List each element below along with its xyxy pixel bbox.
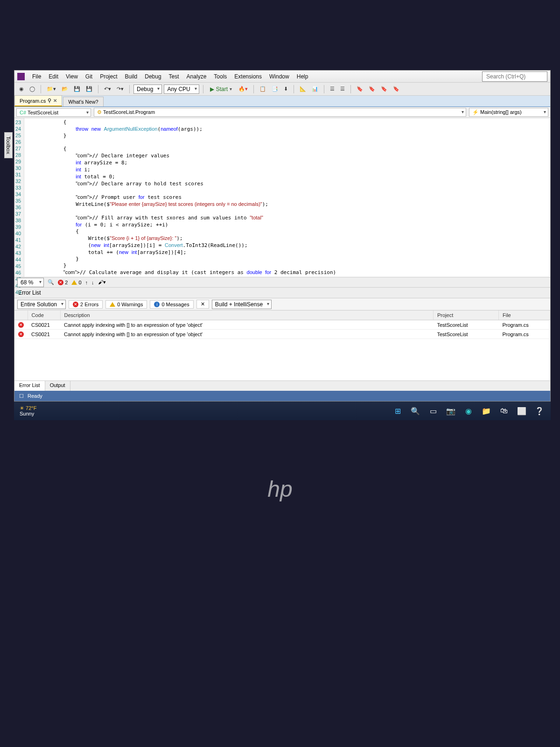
errors-filter-button[interactable]: ✕2 Errors [69, 300, 103, 309]
windows-taskbar[interactable]: ☀ 72°F Sunny ⊞ 🔍 ▭ 📷 ◉ 📁 🛍 ⬜ ❔ [14, 402, 551, 420]
redo-button[interactable]: ↷▾ [115, 85, 126, 93]
code-cleanup-icon[interactable]: 🖌▾ [98, 279, 106, 285]
toolbar-icon[interactable]: ☰ [338, 85, 347, 93]
taskbar-icons: ⊞ 🔍 ▭ 📷 ◉ 📁 🛍 ⬜ ❔ [392, 405, 545, 416]
toolbar-icon[interactable]: 🔖 [367, 85, 377, 93]
nav-forward-button[interactable]: ◯ [28, 85, 37, 93]
class-dropdown[interactable]: ⚙ TestScoreList.Program [94, 108, 466, 117]
tab-program-cs[interactable]: Program.cs ⚲ ✕ [14, 95, 62, 106]
col-file[interactable]: File [499, 310, 550, 320]
app-icon[interactable]: ❔ [534, 405, 545, 416]
weather-widget[interactable]: ☀ 72°F Sunny [20, 405, 36, 416]
toolbar-icon[interactable]: 📐 [298, 85, 308, 93]
nav-down-icon[interactable]: ↓ [91, 280, 94, 285]
app-icon[interactable]: ⬜ [516, 405, 527, 416]
menu-edit[interactable]: Edit [45, 72, 62, 81]
separator [324, 85, 324, 93]
menu-extensions[interactable]: Extensions [231, 72, 266, 81]
toolbar-icon[interactable]: ☰ [328, 85, 336, 93]
tab-error-list[interactable]: Error List [14, 381, 45, 391]
search-input[interactable] [482, 71, 547, 82]
separator [203, 85, 203, 93]
error-list-body[interactable]: Code Description Project File ✕CS0021Can… [14, 310, 550, 381]
start-icon[interactable]: ⊞ [392, 405, 403, 416]
toolbar-icon[interactable]: 📊 [310, 85, 320, 93]
start-debug-button[interactable]: Start [207, 85, 235, 93]
document-tabs: Program.cs ⚲ ✕ What's New? [14, 96, 550, 107]
toolbar-icon[interactable]: 📑 [270, 85, 280, 93]
bottom-panel-tabs: Error List Output [14, 381, 550, 391]
separator [129, 85, 130, 93]
error-row[interactable]: ✕CS0021Cannot apply indexing with [] to … [14, 330, 550, 339]
toolbar-icon[interactable]: 🔖 [355, 85, 365, 93]
menu-project[interactable]: Project [96, 72, 121, 81]
menu-file[interactable]: File [28, 72, 45, 81]
error-scope-dropdown[interactable]: Entire Solution [17, 300, 66, 309]
clear-filter-button[interactable]: ✕ [196, 300, 209, 309]
error-count-badge[interactable]: ✕2 [58, 280, 68, 285]
visual-studio-icon [17, 73, 25, 80]
error-table: Code Description Project File ✕CS0021Can… [14, 310, 550, 339]
col-code[interactable]: Code [28, 310, 60, 320]
toolbox-panel-tab[interactable]: Toolbox [4, 132, 13, 158]
undo-button[interactable]: ↶▾ [102, 85, 113, 93]
menu-test[interactable]: Test [165, 72, 183, 81]
error-source-dropdown[interactable]: Build + IntelliSense [212, 300, 272, 309]
nav-up-icon[interactable]: ↑ [85, 280, 88, 285]
hot-reload-button[interactable]: 🔥▾ [237, 85, 250, 93]
main-toolbar: ◉ ◯ 📁▾ 📂 💾 💾 ↶▾ ↷▾ Debug Any CPU Start 🔥… [14, 83, 550, 96]
messages-filter-button[interactable]: i0 Messages [150, 300, 193, 309]
camera-icon[interactable]: 📷 [445, 405, 456, 416]
separator [98, 85, 98, 93]
editor-status-strip: 68 % 🔍 ✕2 0 ↑ ↓ 🖌▾ [14, 277, 550, 287]
visual-studio-window: File Edit View Git Project Build Debug T… [14, 70, 551, 402]
close-icon[interactable]: ✕ [53, 98, 57, 103]
warning-count-badge[interactable]: 0 [71, 280, 81, 285]
taskview-icon[interactable]: ▭ [427, 405, 439, 416]
menu-analyze[interactable]: Analyze [183, 72, 210, 81]
save-button[interactable]: 💾 [72, 85, 82, 93]
menubar: File Edit View Git Project Build Debug T… [14, 70, 550, 83]
find-icon[interactable]: 🔍 [48, 279, 54, 285]
edge-icon[interactable]: ◉ [463, 405, 474, 416]
toolbar-icon[interactable]: 📋 [258, 85, 268, 93]
toolbar-icon[interactable]: 🔖 [391, 85, 401, 93]
menu-tools[interactable]: Tools [210, 72, 231, 81]
zoom-dropdown[interactable]: 68 % [17, 278, 44, 287]
menu-view[interactable]: View [62, 72, 82, 81]
menu-help[interactable]: Help [293, 72, 312, 81]
store-icon[interactable]: 🛍 [498, 405, 510, 416]
separator [253, 85, 254, 93]
menu-build[interactable]: Build [121, 72, 141, 81]
new-project-button[interactable]: 📁▾ [45, 85, 58, 93]
menu-git[interactable]: Git [82, 72, 96, 81]
nav-back-button[interactable]: ◉ [17, 85, 26, 93]
menu-debug[interactable]: Debug [141, 72, 165, 81]
configuration-dropdown[interactable]: Debug [133, 85, 162, 94]
error-row[interactable]: ✕CS0021Cannot apply indexing with [] to … [14, 320, 550, 330]
status-text: Ready [28, 393, 42, 399]
menu-window[interactable]: Window [266, 72, 293, 81]
explorer-icon[interactable]: 📁 [481, 405, 492, 416]
project-dropdown[interactable]: C# TestScoreList [16, 108, 91, 117]
toolbar-icon[interactable]: 🔖 [379, 85, 389, 93]
tab-output[interactable]: Output [45, 381, 70, 391]
save-all-button[interactable]: 💾 [84, 85, 94, 93]
separator [41, 85, 41, 93]
warnings-filter-button[interactable]: 0 Warnings [105, 300, 147, 309]
tab-whats-new[interactable]: What's New? [63, 97, 103, 106]
open-button[interactable]: 📂 [60, 85, 70, 93]
code-content[interactable]: { throw new ArgumentNullException(nameof… [24, 118, 550, 277]
statusbar: Ready [14, 391, 550, 401]
col-icon[interactable] [14, 310, 28, 320]
toolbar-icon[interactable]: ⬇ [282, 85, 290, 93]
error-list-title: Error List [14, 287, 550, 298]
tab-label: What's New? [68, 99, 98, 105]
pin-icon[interactable]: ⚲ [48, 98, 51, 104]
code-editor[interactable]: Toolbox 23242526272829303132333435363738… [14, 118, 550, 277]
col-description[interactable]: Description [60, 310, 434, 320]
method-dropdown[interactable]: ⚡ Main(string[] args) [469, 108, 548, 117]
search-icon[interactable]: 🔍 [410, 405, 421, 416]
platform-dropdown[interactable]: Any CPU [164, 85, 199, 94]
col-project[interactable]: Project [434, 310, 499, 320]
